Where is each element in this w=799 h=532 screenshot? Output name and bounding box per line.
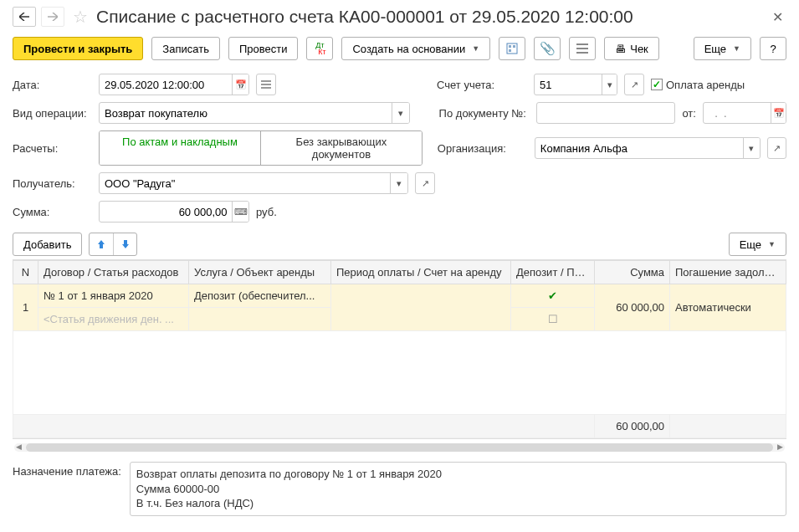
move-down-button[interactable] (113, 233, 136, 255)
page-title: Списание с расчетного счета КА00-000001 … (96, 7, 764, 27)
settlements-toggle[interactable]: По актам и накладным Без закрывающих док… (99, 130, 423, 166)
cell-service-bottom[interactable] (189, 308, 331, 331)
arrow-left-icon (19, 13, 29, 21)
dropdown-icon[interactable]: ▾ (602, 74, 617, 95)
table-row[interactable]: 1 № 1 от 1 января 2020 Депозит (обеспечи… (13, 284, 786, 308)
doc-date-input[interactable] (704, 103, 771, 123)
dropdown-icon[interactable]: ▾ (390, 173, 407, 193)
help-button[interactable]: ? (760, 37, 786, 60)
chevron-down-icon: ▼ (472, 44, 479, 53)
cash-register-icon: 🖶 (615, 43, 626, 55)
cell-deposit-check[interactable]: ✔ (511, 284, 595, 308)
settlements-by-acts[interactable]: По актам и накладным (100, 131, 260, 165)
nav-back-button[interactable] (13, 7, 36, 27)
favorite-star-icon[interactable]: ☆ (73, 7, 88, 27)
date-extra-button[interactable] (256, 74, 276, 95)
attach-button[interactable]: 📎 (534, 37, 561, 60)
svg-rect-0 (507, 43, 517, 54)
cell-period[interactable] (331, 284, 511, 331)
operation-input[interactable] (100, 103, 392, 123)
rent-payment-label: Оплата аренды (666, 79, 745, 91)
dropdown-icon[interactable]: ▾ (743, 138, 760, 158)
col-repay[interactable]: Погашение задолженно... (670, 261, 786, 284)
doc-number-field[interactable] (536, 102, 676, 124)
cell-contract-bottom[interactable]: <Статья движения ден. ... (38, 308, 189, 331)
nav-forward-button (41, 7, 64, 27)
arrow-down-icon (120, 238, 131, 250)
cell-sum[interactable]: 60 000,00 (595, 284, 670, 331)
col-service[interactable]: Услуга / Объект аренды (189, 261, 331, 284)
dropdown-icon[interactable]: ▾ (392, 103, 409, 123)
account-open-button[interactable]: ↗ (624, 74, 644, 95)
date-input[interactable] (100, 74, 232, 95)
arrow-up-icon (96, 238, 106, 250)
operation-field[interactable]: ▾ (99, 102, 410, 124)
check-button[interactable]: 🖶 Чек (604, 37, 659, 60)
report-icon (506, 43, 518, 54)
scroll-left-icon[interactable]: ◀ (16, 442, 22, 451)
cell-contract-top[interactable]: № 1 от 1 января 2020 (38, 284, 189, 308)
arrow-right-icon (48, 13, 58, 21)
svg-rect-5 (576, 48, 588, 49)
col-n[interactable]: N (13, 261, 38, 284)
cell-n[interactable]: 1 (13, 284, 38, 331)
account-field[interactable]: ▾ (534, 74, 617, 95)
settlements-no-closing[interactable]: Без закрывающих документов (260, 131, 422, 165)
date-label: Дата: (13, 79, 92, 91)
post-and-close-button[interactable]: Провести и закрыть (13, 37, 143, 60)
col-period[interactable]: Период оплаты / Счет на аренду (331, 261, 511, 284)
table-empty-area (13, 331, 786, 415)
more-label: Еще (704, 43, 726, 55)
svg-rect-1 (509, 45, 511, 48)
cell-repay[interactable]: Автоматически (670, 284, 786, 331)
print-button[interactable] (499, 37, 525, 60)
date-field[interactable]: 📅 (99, 74, 249, 95)
account-label: Счет учета: (437, 79, 527, 91)
svg-rect-9 (261, 87, 271, 89)
more-button[interactable]: Еще ▼ (694, 37, 751, 60)
recipient-field[interactable]: ▾ (99, 172, 408, 194)
sum-input[interactable] (100, 202, 232, 222)
org-open-button[interactable]: ↗ (767, 137, 786, 159)
horizontal-scrollbar[interactable]: ◀ ▶ (14, 443, 785, 452)
paperclip-icon: 📎 (540, 41, 556, 56)
add-row-button[interactable]: Добавить (13, 233, 82, 256)
calendar-icon[interactable]: 📅 (232, 74, 248, 95)
recipient-label: Получатель: (13, 177, 92, 190)
rent-payment-checkbox[interactable]: ✓ Оплата аренды (651, 79, 745, 91)
svg-rect-6 (576, 52, 588, 54)
list-small-icon (261, 80, 271, 89)
cell-deposit-uncheck[interactable]: ☐ (511, 308, 595, 331)
calculator-icon[interactable]: ⌨ (232, 202, 248, 222)
doc-date-field[interactable]: 📅 (703, 102, 786, 124)
cell-service[interactable]: Депозит (обеспечител... (189, 284, 331, 308)
move-up-button[interactable] (90, 233, 113, 255)
col-deposit[interactable]: Депозит / Пени (511, 261, 595, 284)
close-button[interactable]: ✕ (769, 9, 786, 25)
check-label: Чек (630, 43, 648, 55)
org-field[interactable]: ▾ (535, 137, 761, 159)
col-sum[interactable]: Сумма (595, 261, 670, 284)
scroll-right-icon[interactable]: ▶ (777, 442, 783, 451)
org-input[interactable] (535, 138, 743, 158)
sum-field[interactable]: ⌨ (99, 201, 249, 223)
create-based-on-button[interactable]: Создать на основании ▼ (341, 37, 490, 60)
list-icon (576, 43, 588, 54)
operation-label: Вид операции: (13, 107, 92, 120)
account-input[interactable] (535, 74, 602, 95)
table-more-button[interactable]: Еще ▼ (729, 233, 786, 256)
col-contract[interactable]: Договор / Статья расходов (38, 261, 189, 284)
calendar-icon[interactable]: 📅 (771, 103, 786, 123)
purpose-field[interactable]: Возврат оплаты депозита по договору № 1 … (130, 462, 786, 516)
svg-rect-4 (576, 43, 588, 45)
recipient-open-button[interactable]: ↗ (415, 172, 435, 194)
list-button[interactable] (569, 37, 596, 60)
scroll-thumb[interactable] (26, 443, 773, 452)
post-button[interactable]: Провести (228, 37, 299, 60)
org-label: Организация: (438, 142, 528, 155)
checkbox-icon: ✓ (651, 79, 663, 90)
recipient-input[interactable] (100, 173, 390, 193)
dt-kt-button[interactable]: Дт Кт (306, 37, 333, 60)
doc-number-input[interactable] (537, 103, 675, 123)
save-button[interactable]: Записать (151, 37, 220, 60)
